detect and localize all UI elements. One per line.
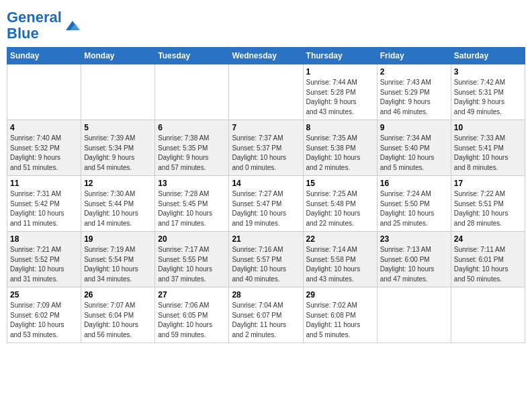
day-of-week-header: Saturday	[451, 48, 525, 64]
day-info: Sunrise: 7:43 AM Sunset: 5:29 PM Dayligh…	[380, 78, 448, 117]
calendar-day-cell: 15Sunrise: 7:25 AM Sunset: 5:48 PM Dayli…	[303, 176, 377, 232]
calendar-day-cell: 13Sunrise: 7:28 AM Sunset: 5:45 PM Dayli…	[155, 176, 229, 232]
day-info: Sunrise: 7:07 AM Sunset: 6:04 PM Dayligh…	[84, 301, 152, 340]
day-info: Sunrise: 7:11 AM Sunset: 6:01 PM Dayligh…	[454, 245, 522, 284]
logo-icon	[63, 18, 82, 33]
day-number: 2	[380, 67, 448, 77]
calendar-day-cell	[377, 287, 451, 343]
calendar-day-cell: 18Sunrise: 7:21 AM Sunset: 5:52 PM Dayli…	[7, 232, 81, 287]
calendar-week-row: 25Sunrise: 7:09 AM Sunset: 6:02 PM Dayli…	[7, 287, 525, 343]
calendar-day-cell: 6Sunrise: 7:38 AM Sunset: 5:35 PM Daylig…	[155, 120, 229, 176]
day-number: 29	[306, 290, 374, 300]
day-info: Sunrise: 7:40 AM Sunset: 5:32 PM Dayligh…	[10, 134, 78, 173]
calendar-day-cell: 14Sunrise: 7:27 AM Sunset: 5:47 PM Dayli…	[229, 176, 303, 232]
day-number: 9	[380, 123, 448, 132]
logo-blue: Blue	[7, 25, 39, 42]
day-info: Sunrise: 7:22 AM Sunset: 5:51 PM Dayligh…	[454, 189, 522, 228]
logo-text: General Blue	[7, 9, 62, 42]
calendar-day-cell: 12Sunrise: 7:30 AM Sunset: 5:44 PM Dayli…	[81, 176, 155, 232]
day-info: Sunrise: 7:24 AM Sunset: 5:50 PM Dayligh…	[380, 189, 448, 228]
day-info: Sunrise: 7:21 AM Sunset: 5:52 PM Dayligh…	[10, 245, 78, 284]
day-of-week-header: Tuesday	[155, 48, 229, 64]
day-info: Sunrise: 7:31 AM Sunset: 5:42 PM Dayligh…	[10, 189, 78, 228]
calendar-day-cell: 22Sunrise: 7:14 AM Sunset: 5:58 PM Dayli…	[303, 232, 377, 287]
day-number: 3	[454, 67, 522, 77]
day-of-week-header: Friday	[377, 48, 451, 64]
calendar-day-cell: 26Sunrise: 7:07 AM Sunset: 6:04 PM Dayli…	[81, 287, 155, 343]
calendar-day-cell: 27Sunrise: 7:06 AM Sunset: 6:05 PM Dayli…	[155, 287, 229, 343]
calendar-header-row: SundayMondayTuesdayWednesdayThursdayFrid…	[7, 48, 525, 64]
day-number: 12	[84, 179, 152, 188]
calendar-day-cell: 4Sunrise: 7:40 AM Sunset: 5:32 PM Daylig…	[7, 120, 81, 176]
calendar-day-cell	[155, 64, 229, 120]
day-number: 1	[306, 67, 374, 77]
calendar-day-cell: 20Sunrise: 7:17 AM Sunset: 5:55 PM Dayli…	[155, 232, 229, 287]
day-info: Sunrise: 7:37 AM Sunset: 5:37 PM Dayligh…	[232, 134, 300, 173]
calendar-week-row: 4Sunrise: 7:40 AM Sunset: 5:32 PM Daylig…	[7, 120, 525, 176]
day-of-week-header: Monday	[81, 48, 155, 64]
day-number: 24	[454, 234, 522, 244]
day-number: 14	[232, 179, 300, 188]
day-number: 27	[158, 290, 226, 300]
day-number: 26	[84, 290, 152, 300]
day-info: Sunrise: 7:09 AM Sunset: 6:02 PM Dayligh…	[10, 301, 78, 340]
day-info: Sunrise: 7:35 AM Sunset: 5:38 PM Dayligh…	[306, 134, 374, 173]
day-info: Sunrise: 7:44 AM Sunset: 5:28 PM Dayligh…	[306, 78, 374, 117]
header: General Blue	[7, 7, 525, 42]
calendar-day-cell: 24Sunrise: 7:11 AM Sunset: 6:01 PM Dayli…	[451, 232, 525, 287]
day-number: 5	[84, 123, 152, 132]
calendar-week-row: 11Sunrise: 7:31 AM Sunset: 5:42 PM Dayli…	[7, 176, 525, 232]
calendar-week-row: 1Sunrise: 7:44 AM Sunset: 5:28 PM Daylig…	[7, 64, 525, 120]
day-number: 10	[454, 123, 522, 132]
logo-general: General	[7, 9, 62, 26]
day-number: 17	[454, 179, 522, 188]
day-info: Sunrise: 7:38 AM Sunset: 5:35 PM Dayligh…	[158, 134, 226, 173]
calendar-week-row: 18Sunrise: 7:21 AM Sunset: 5:52 PM Dayli…	[7, 232, 525, 287]
calendar-day-cell: 1Sunrise: 7:44 AM Sunset: 5:28 PM Daylig…	[303, 64, 377, 120]
day-number: 8	[306, 123, 374, 132]
day-number: 7	[232, 123, 300, 132]
day-info: Sunrise: 7:33 AM Sunset: 5:41 PM Dayligh…	[454, 134, 522, 173]
day-number: 11	[10, 179, 78, 188]
calendar-day-cell	[229, 64, 303, 120]
calendar-day-cell: 21Sunrise: 7:16 AM Sunset: 5:57 PM Dayli…	[229, 232, 303, 287]
day-info: Sunrise: 7:02 AM Sunset: 6:08 PM Dayligh…	[306, 301, 374, 340]
calendar-day-cell: 16Sunrise: 7:24 AM Sunset: 5:50 PM Dayli…	[377, 176, 451, 232]
day-info: Sunrise: 7:28 AM Sunset: 5:45 PM Dayligh…	[158, 189, 226, 228]
calendar-day-cell: 10Sunrise: 7:33 AM Sunset: 5:41 PM Dayli…	[451, 120, 525, 176]
day-number: 21	[232, 234, 300, 244]
day-info: Sunrise: 7:34 AM Sunset: 5:40 PM Dayligh…	[380, 134, 448, 173]
day-number: 6	[158, 123, 226, 132]
calendar-day-cell: 3Sunrise: 7:42 AM Sunset: 5:31 PM Daylig…	[451, 64, 525, 120]
day-info: Sunrise: 7:30 AM Sunset: 5:44 PM Dayligh…	[84, 189, 152, 228]
calendar-day-cell: 19Sunrise: 7:19 AM Sunset: 5:54 PM Dayli…	[81, 232, 155, 287]
day-info: Sunrise: 7:42 AM Sunset: 5:31 PM Dayligh…	[454, 78, 522, 117]
day-number: 13	[158, 179, 226, 188]
day-info: Sunrise: 7:06 AM Sunset: 6:05 PM Dayligh…	[158, 301, 226, 340]
day-number: 4	[10, 123, 78, 132]
day-info: Sunrise: 7:04 AM Sunset: 6:07 PM Dayligh…	[232, 301, 300, 340]
day-info: Sunrise: 7:13 AM Sunset: 6:00 PM Dayligh…	[380, 245, 448, 284]
day-info: Sunrise: 7:19 AM Sunset: 5:54 PM Dayligh…	[84, 245, 152, 284]
day-info: Sunrise: 7:16 AM Sunset: 5:57 PM Dayligh…	[232, 245, 300, 284]
day-number: 23	[380, 234, 448, 244]
calendar-day-cell: 28Sunrise: 7:04 AM Sunset: 6:07 PM Dayli…	[229, 287, 303, 343]
calendar-day-cell	[81, 64, 155, 120]
calendar-day-cell: 7Sunrise: 7:37 AM Sunset: 5:37 PM Daylig…	[229, 120, 303, 176]
calendar-day-cell: 23Sunrise: 7:13 AM Sunset: 6:00 PM Dayli…	[377, 232, 451, 287]
day-info: Sunrise: 7:14 AM Sunset: 5:58 PM Dayligh…	[306, 245, 374, 284]
calendar-day-cell	[451, 287, 525, 343]
day-number: 20	[158, 234, 226, 244]
calendar-day-cell: 25Sunrise: 7:09 AM Sunset: 6:02 PM Dayli…	[7, 287, 81, 343]
calendar-day-cell: 8Sunrise: 7:35 AM Sunset: 5:38 PM Daylig…	[303, 120, 377, 176]
day-number: 19	[84, 234, 152, 244]
day-of-week-header: Wednesday	[229, 48, 303, 64]
day-of-week-header: Sunday	[7, 48, 81, 64]
logo: General Blue	[7, 9, 82, 42]
calendar-day-cell: 17Sunrise: 7:22 AM Sunset: 5:51 PM Dayli…	[451, 176, 525, 232]
day-number: 22	[306, 234, 374, 244]
day-number: 25	[10, 290, 78, 300]
calendar-day-cell: 9Sunrise: 7:34 AM Sunset: 5:40 PM Daylig…	[377, 120, 451, 176]
day-info: Sunrise: 7:27 AM Sunset: 5:47 PM Dayligh…	[232, 189, 300, 228]
calendar-day-cell	[7, 64, 81, 120]
